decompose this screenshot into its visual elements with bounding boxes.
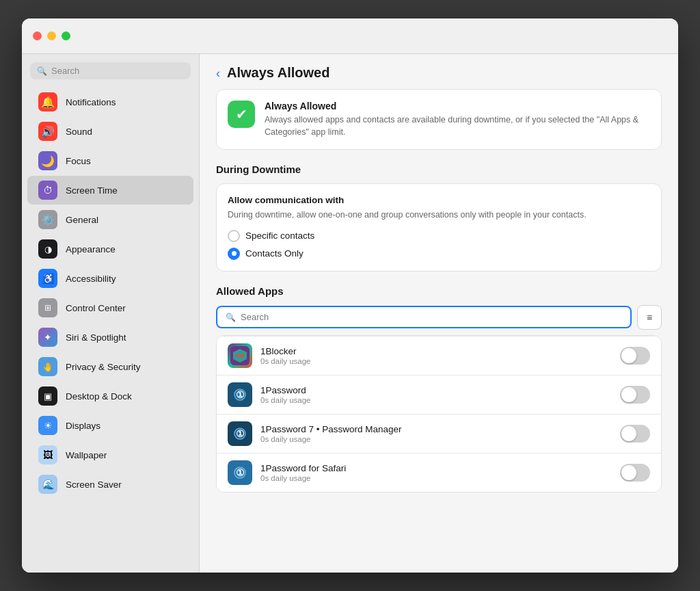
toggle-1blocker[interactable]	[620, 347, 650, 365]
app-usage-1password7: 0s daily usage	[260, 435, 612, 443]
page-title: Always Allowed	[227, 65, 329, 81]
controlcenter-icon: ⊞	[38, 298, 57, 317]
sidebar-item-label: Desktop & Dock	[66, 391, 132, 402]
app-row-1blocker: 1Blocker 0s daily usage	[217, 336, 661, 375]
sidebar-item-sound[interactable]: 🔊 Sound	[27, 117, 193, 146]
app-row-1password-safari: ① 1Password for Safari 0s daily usage	[217, 453, 661, 492]
app-info-1blocker: 1Blocker 0s daily usage	[260, 346, 612, 365]
sidebar-item-label: Control Center	[66, 303, 126, 313]
main-header: ‹ Always Allowed	[200, 54, 678, 89]
radio-circle-specific[interactable]	[228, 230, 240, 242]
info-card-description: Always allowed apps and contacts are ava…	[265, 114, 650, 138]
screensaver-icon: 🌊	[38, 475, 57, 494]
sidebar-item-focus[interactable]: 🌙 Focus	[27, 146, 193, 175]
sidebar-item-label: Siri & Spotlight	[66, 332, 126, 343]
minimize-button[interactable]	[47, 31, 56, 40]
sidebar-item-wallpaper[interactable]: 🖼 Wallpaper	[27, 441, 193, 469]
sidebar-item-screentime[interactable]: ⏱ Screen Time	[27, 176, 193, 205]
info-card-icon: ✔	[228, 101, 255, 128]
app-name-1password: 1Password	[260, 385, 612, 395]
app-icon-1password-safari: ①	[228, 460, 252, 485]
sidebar-item-label: Sound	[66, 127, 92, 137]
app-row-1password7: ① 1Password 7 • Password Manager 0s dail…	[217, 414, 661, 453]
toggle-1password-safari[interactable]	[620, 464, 650, 482]
app-info-1password: 1Password 0s daily usage	[260, 385, 612, 404]
app-info-1password-safari: 1Password for Safari 0s daily usage	[260, 463, 612, 482]
info-card-text: Always Allowed Always allowed apps and c…	[265, 101, 650, 138]
toggle-1password7[interactable]	[620, 425, 650, 443]
app-name-1password-safari: 1Password for Safari	[260, 463, 612, 473]
sidebar-item-label: Displays	[66, 421, 100, 431]
app-name-1blocker: 1Blocker	[260, 346, 612, 356]
allow-communication-section: Allow communication with During downtime…	[217, 184, 661, 271]
app-list: 1Blocker 0s daily usage ①	[216, 335, 662, 492]
sidebar-item-displays[interactable]: ☀ Displays	[27, 411, 193, 440]
sidebar-item-label: Privacy & Security	[66, 362, 141, 372]
app-search-input[interactable]	[241, 312, 622, 322]
during-downtime-card: Allow communication with During downtime…	[216, 183, 662, 272]
traffic-lights	[33, 31, 70, 40]
sidebar-item-label: Appearance	[66, 244, 116, 254]
allow-comm-title: Allow communication with	[228, 195, 650, 205]
radio-circle-contacts-only[interactable]	[228, 248, 240, 260]
main-window: 🔍 Search 🔔 Notifications 🔊 Sound 🌙 Focus…	[22, 18, 678, 573]
allowed-apps-section: Allowed Apps 🔍 ≡	[216, 285, 662, 492]
sidebar-item-label: General	[66, 215, 98, 225]
app-search-icon: 🔍	[226, 313, 236, 322]
back-button[interactable]: ‹	[216, 67, 220, 79]
app-name-1password7: 1Password 7 • Password Manager	[260, 424, 612, 434]
info-card-title: Always Allowed	[265, 101, 650, 111]
general-icon: ⚙️	[38, 210, 57, 229]
sidebar-item-controlcenter[interactable]: ⊞ Control Center	[27, 293, 193, 322]
app-usage-1blocker: 0s daily usage	[260, 357, 612, 365]
info-card: ✔ Always Allowed Always allowed apps and…	[216, 89, 662, 150]
app-icon-1blocker	[228, 343, 252, 368]
radio-specific-contacts[interactable]: Specific contacts	[228, 230, 650, 242]
during-downtime-section-title: During Downtime	[216, 163, 662, 175]
app-search-box[interactable]: 🔍	[216, 306, 632, 328]
sidebar-item-label: Wallpaper	[66, 450, 107, 460]
accessibility-icon: ♿	[38, 269, 57, 288]
sidebar-item-desktop[interactable]: ▣ Desktop & Dock	[27, 382, 193, 410]
toggle-1password[interactable]	[620, 386, 650, 404]
app-usage-1password: 0s daily usage	[260, 396, 612, 404]
sidebar-item-label: Accessibility	[66, 274, 116, 284]
close-button[interactable]	[33, 31, 42, 40]
desktop-icon: ▣	[38, 386, 57, 406]
sidebar-item-label: Screen Time	[66, 185, 118, 196]
app-info-1password7: 1Password 7 • Password Manager 0s daily …	[260, 424, 612, 443]
svg-rect-2	[236, 354, 244, 357]
app-icon-1password7: ①	[228, 421, 252, 446]
sidebar-item-privacy[interactable]: 🤚 Privacy & Security	[27, 352, 193, 381]
filter-button[interactable]: ≡	[637, 305, 662, 330]
notifications-icon: 🔔	[38, 92, 57, 111]
sidebar: 🔍 Search 🔔 Notifications 🔊 Sound 🌙 Focus…	[22, 54, 200, 573]
maximize-button[interactable]	[62, 31, 70, 40]
sidebar-item-siri[interactable]: ✦ Siri & Spotlight	[27, 323, 193, 352]
app-icon-1password: ①	[228, 382, 252, 407]
sidebar-item-label: Screen Saver	[66, 480, 122, 490]
radio-group-communication: Specific contacts Contacts Only	[228, 230, 650, 260]
sidebar-item-label: Notifications	[66, 97, 116, 107]
focus-icon: 🌙	[38, 151, 57, 170]
siri-icon: ✦	[38, 328, 57, 347]
svg-text:①: ①	[236, 467, 245, 478]
sidebar-search-box[interactable]: 🔍 Search	[30, 62, 191, 79]
sidebar-item-general[interactable]: ⚙️ General	[27, 205, 193, 234]
appearance-icon: ◑	[38, 239, 57, 259]
svg-text:①: ①	[236, 428, 245, 439]
privacy-icon: 🤚	[38, 357, 57, 376]
radio-label-specific: Specific contacts	[245, 231, 314, 241]
app-search-row: 🔍 ≡	[216, 305, 662, 330]
main-scroll-area: ✔ Always Allowed Always allowed apps and…	[200, 89, 678, 573]
radio-label-contacts-only: Contacts Only	[245, 248, 304, 259]
displays-icon: ☀	[38, 416, 57, 435]
sidebar-item-notifications[interactable]: 🔔 Notifications	[27, 88, 193, 116]
svg-text:①: ①	[236, 389, 245, 400]
sidebar-item-screensaver[interactable]: 🌊 Screen Saver	[27, 470, 193, 499]
sidebar-item-appearance[interactable]: ◑ Appearance	[27, 235, 193, 263]
sidebar-item-accessibility[interactable]: ♿ Accessibility	[27, 264, 193, 293]
allowed-apps-title: Allowed Apps	[216, 285, 662, 297]
screentime-icon: ⏱	[38, 181, 57, 200]
radio-contacts-only[interactable]: Contacts Only	[228, 248, 650, 260]
